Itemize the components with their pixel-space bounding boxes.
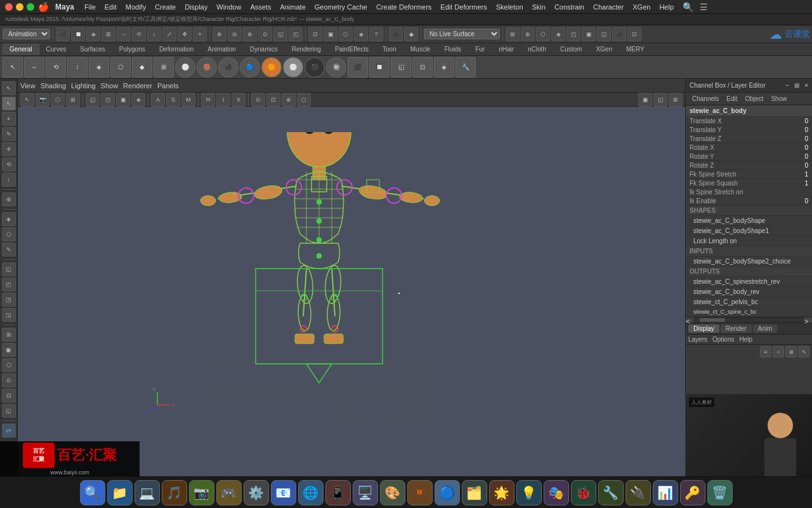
vp-ssao-btn[interactable]: S xyxy=(166,93,180,107)
cb-attr-rotatez[interactable]: Rotate Z 0 xyxy=(686,161,812,170)
menu-animate[interactable]: Animate xyxy=(280,3,305,11)
cb-attr-translatey[interactable]: Translate Y 0 xyxy=(686,126,812,135)
output-item-1[interactable]: stewie_ac_C_body_rev xyxy=(686,287,812,297)
shelf-icon-13[interactable]: 🟠 xyxy=(261,57,282,77)
menu-create-deformers[interactable]: Create Deformers xyxy=(376,3,431,11)
menu-extra-icon[interactable]: ☰ xyxy=(700,2,708,12)
cb-attr-ikenable[interactable]: Ik Enable 0 xyxy=(686,197,812,206)
vp-grid-btn[interactable]: ⊞ xyxy=(66,93,80,107)
tb-btn-10[interactable]: ⟡ xyxy=(193,27,207,41)
tb-btn-2[interactable]: 🔲 xyxy=(71,27,85,41)
shelf-icon-9[interactable]: ⚪ xyxy=(175,57,195,77)
shelf-icon-19[interactable]: ◱ xyxy=(391,57,411,77)
tab-xgen[interactable]: XGen xyxy=(589,44,619,55)
tb-btn-32[interactable]: ⊡ xyxy=(627,27,641,41)
hscroll-right[interactable]: > xyxy=(804,318,812,323)
vp-textured-btn[interactable]: ▣ xyxy=(116,93,130,107)
search-icon[interactable]: 🔍 xyxy=(683,2,693,12)
output-item-3[interactable]: stewie_ct_C_spine_c_bc xyxy=(686,307,812,317)
tb-btn-13[interactable]: ⊗ xyxy=(243,27,257,41)
menu-display[interactable]: Display xyxy=(185,3,207,11)
menu-character[interactable]: Character xyxy=(593,3,624,11)
dock-icon-8[interactable]: 📧 xyxy=(271,480,296,505)
snap-tool[interactable]: ◰ xyxy=(2,277,16,291)
close-button[interactable] xyxy=(5,3,13,11)
animation-mode-dropdown[interactable]: Animation xyxy=(3,29,50,39)
viewport-main[interactable]: X Y Z xyxy=(18,107,685,479)
hscroll-left[interactable]: < xyxy=(686,318,693,323)
shape-item-2[interactable]: Lock Length on xyxy=(686,236,812,246)
tb-btn-30[interactable]: ◱ xyxy=(597,27,611,41)
dock-icon-22[interactable]: 📊 xyxy=(653,480,678,505)
tab-surfaces[interactable]: Surfaces xyxy=(73,44,112,55)
rp-bicon-3[interactable]: ⊞ xyxy=(785,346,797,358)
dock-icon-19[interactable]: 🐞 xyxy=(571,480,596,505)
dock-icon-17[interactable]: 💡 xyxy=(516,480,542,505)
menu-assets[interactable]: Assets xyxy=(250,3,271,11)
shelf-icon-21[interactable]: ◈ xyxy=(434,57,454,77)
shelf-icon-6[interactable]: ⬡ xyxy=(110,57,131,77)
tb-btn-25[interactable]: ⊕ xyxy=(521,27,535,41)
tb-btn-19[interactable]: ⬡ xyxy=(339,27,353,41)
dock-icon-15[interactable]: 🗂️ xyxy=(462,480,487,505)
dock-icon-4[interactable]: 🎵 xyxy=(162,480,187,505)
shelf-icon-15[interactable]: ⚫ xyxy=(304,57,325,77)
tb-btn-15[interactable]: ◱ xyxy=(273,27,287,41)
quick-render[interactable]: ⊡ xyxy=(2,389,16,403)
tb-btn-24[interactable]: ⊞ xyxy=(506,27,520,41)
tab-nhair[interactable]: nHair xyxy=(492,44,521,55)
tab-animation[interactable]: Animation xyxy=(200,44,242,55)
dock-icon-9[interactable]: 🌐 xyxy=(298,480,324,505)
vp-menu-show[interactable]: Show xyxy=(101,82,119,90)
rp-close-icon[interactable]: × xyxy=(804,82,808,89)
tb-btn-11[interactable]: ⊕ xyxy=(213,27,226,41)
maximize-button[interactable] xyxy=(27,3,34,11)
vp-select-btn[interactable]: ↖ xyxy=(20,93,34,107)
vp-connect-btn[interactable]: ⊞ xyxy=(669,93,683,107)
tb-btn-9[interactable]: ❖ xyxy=(178,27,192,41)
render-region[interactable]: ◱ xyxy=(2,404,16,418)
dock-icon-finder[interactable]: 🔍 xyxy=(80,480,105,505)
vp-smooth-btn[interactable]: ◰ xyxy=(101,93,115,107)
rp-bicon-1[interactable]: ≡ xyxy=(760,346,771,358)
select-tool[interactable]: ↖ xyxy=(2,81,16,95)
rp-menu-options[interactable]: Options xyxy=(712,336,734,343)
dock-icon-20[interactable]: 🔧 xyxy=(598,480,624,505)
cb-menu-edit[interactable]: Edit xyxy=(723,94,741,104)
tb-btn-14[interactable]: ⊙ xyxy=(258,27,272,41)
vp-menu-lighting[interactable]: Lighting xyxy=(71,82,96,90)
vp-lit-btn[interactable]: ◈ xyxy=(131,93,145,107)
cb-menu-show[interactable]: Show xyxy=(767,94,790,104)
rp-tab-anim[interactable]: Anim xyxy=(753,324,778,333)
cb-attr-fksquash[interactable]: Fk Spine Squash 1 xyxy=(686,179,812,188)
tb-btn-8[interactable]: ⤢ xyxy=(162,27,176,41)
tb-btn-18[interactable]: ▣ xyxy=(324,27,337,41)
cb-attr-ikstretch[interactable]: Ik Spine Stretch on xyxy=(686,188,812,197)
paint-tool[interactable]: ✎ xyxy=(2,243,16,257)
cb-attr-fkstretch[interactable]: Fk Spine Stretch 1 xyxy=(686,170,812,179)
menu-help[interactable]: Help xyxy=(659,3,674,11)
tb-btn-20[interactable]: ◈ xyxy=(354,27,368,41)
tb-btn-7[interactable]: ↕ xyxy=(147,27,161,41)
shelf-icon-16[interactable]: 🔘 xyxy=(326,57,346,77)
menu-edit-deformers[interactable]: Edit Deformers xyxy=(440,3,487,11)
menu-skin[interactable]: Skin xyxy=(532,3,546,11)
tab-muscle[interactable]: Muscle xyxy=(403,44,438,55)
show-manip[interactable]: ⊕ xyxy=(2,192,16,206)
vp-constraint-btn[interactable]: ⊕ xyxy=(282,93,296,107)
tb-btn-5[interactable]: ↔ xyxy=(117,27,131,41)
dock-icon-24[interactable]: 🗑️ xyxy=(707,480,733,505)
place-tool[interactable]: ◳ xyxy=(2,293,16,307)
tab-deformation[interactable]: Deformation xyxy=(152,44,200,55)
soft-mod[interactable]: ◈ xyxy=(2,212,16,226)
tab-dynamics[interactable]: Dynamics xyxy=(243,44,285,55)
menu-file[interactable]: File xyxy=(84,3,96,11)
vp-magnet-btn[interactable]: ⊡ xyxy=(266,93,280,107)
vp-snap-btn[interactable]: ⊙ xyxy=(251,93,265,107)
cb-attr-rotatey[interactable]: Rotate Y 0 xyxy=(686,152,812,161)
tab-toon[interactable]: Toon xyxy=(376,44,403,55)
shelf-icon-14[interactable]: ⚪ xyxy=(283,57,303,77)
input-item-0[interactable]: stewie_ac_C_bodyShape2_choice xyxy=(686,257,812,267)
rp-menu-layers[interactable]: Layers xyxy=(688,336,707,343)
shelf-icon-move[interactable]: ↔ xyxy=(24,57,44,77)
